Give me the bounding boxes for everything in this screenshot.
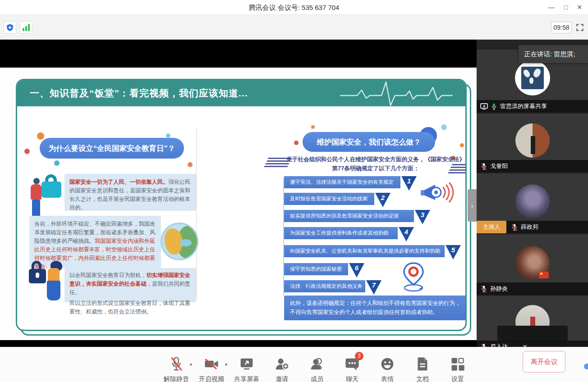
slide-header-band: 一、知识普及“饭堂”：看完视频，我们应该知道... [17,80,465,106]
participant-name-bar: 戈誉阳 [477,160,588,173]
host-badge: 主持人 [477,221,506,233]
decor-dot [188,162,193,167]
duty-number: 5 [446,245,461,259]
avatar [515,60,550,96]
sidebar-collapse-handle[interactable]: › [468,189,477,222]
avatar [515,123,550,158]
toolbar-label: 聊天 [346,375,358,382]
participant-tile-clipped[interactable]: 易入达 ✕ [477,296,588,347]
window-title: 腾讯会议 会议号: 535 637 704 [0,0,588,15]
right-footer-note: 此外，该条还明确规定：任何个人和组织不得有危害国家安全的行为，不得向危害国家安全… [284,296,466,320]
duty-number: 4 [399,227,414,241]
tencent-meeting-window: 腾讯会议 会议号: 535 637 704 — □ ✕ 09:58 一、知识普及… [0,0,588,382]
chevron-up-icon[interactable]: ▲ [189,362,193,366]
floating-cursor-dot [584,364,588,369]
fullscreen-corners-icon [575,23,584,32]
chat-unread-badge: 3 [355,352,363,360]
duty-number: 2 [375,193,390,207]
fullscreen-button[interactable] [575,23,584,32]
close-button[interactable]: ✕ [572,0,587,15]
right-section-title: 维护国家安全，我们该怎么做？ [303,132,435,152]
security-shield-button[interactable] [4,21,16,34]
highlight-text: 国家安全一切为了人民、一切依靠人民。 [69,179,168,185]
members-icon [309,356,325,372]
meeting-header-bar: 09:58 [0,15,588,40]
toolbar-label: 共享屏幕 [234,375,259,382]
participant-name: 戈誉阳 [490,162,508,170]
duty-text: 为国家安全工作提供便利条件或者其他协助 [284,227,398,239]
decor-dot [166,133,170,138]
duty-text: 向国家安全机关、公安机关和有关军事机关提供必要的支持和协助 [284,245,445,257]
mic-muted-icon [480,163,487,170]
duty-item-6: 保守所知悉的国家秘密 6 [284,263,364,275]
person-with-lock-illustration [30,173,64,221]
participant-name: 薛政邦 [521,223,538,231]
screen-share-icon [480,103,488,110]
participant-tile-host[interactable]: 薛政邦 主持人 [477,173,588,233]
share-screen-button[interactable]: 共享屏幕 [229,347,264,382]
duty-text: 法律、行政法规规定的其他义务 [284,280,365,292]
mic-muted-icon [511,223,518,231]
decor-dot [54,160,60,166]
close-icon[interactable]: ✕ [522,343,528,347]
participant-tile[interactable]: 戈誉阳 [477,114,588,173]
participant-name: 雷思淇的屏幕共享 [500,102,547,110]
network-quality-button[interactable] [20,21,32,34]
title-bar: 腾讯会议 会议号: 535 637 704 — □ ✕ [0,0,588,15]
body-text: 而以立法的形式设立国家安全教育日，体现了其重要性、权威性，也符合立法惯例。 [69,300,190,315]
duty-item-4: 为国家安全工作提供便利条件或者其他协助 4 [284,227,414,239]
mini-popup [497,326,568,341]
docs-icon [416,356,429,372]
emoji-button[interactable]: 表情 [370,347,405,382]
duty-text: 遵守宪法、法律法规关于国家安全的有关规定 [284,176,400,188]
emoji-icon [380,356,395,372]
unmute-button[interactable]: 解除静音 ▲ [159,347,194,382]
flag-badge [539,272,549,278]
members-button[interactable]: 成员 [299,347,335,382]
maximize-button[interactable]: □ [558,0,574,15]
duty-item-2: 及时报告危害国家安全活动的线索 2 [284,193,390,205]
chat-button[interactable]: 聊天 3 [335,347,370,382]
decor-dot [24,149,30,154]
duty-text: 及时报告危害国家安全活动的线索 [284,193,374,205]
shield-plus-icon [6,23,14,32]
toolbar-label: 开启视频 [199,375,224,382]
globe-illustration [161,223,198,260]
toolbar-label: 解除静音 [164,375,189,382]
chevron-up-icon[interactable]: ▲ [224,362,228,366]
meeting-toolbar: 解除静音 ▲ 开启视频 ▲ 共享屏幕 [0,347,588,382]
invite-button[interactable]: 邀请 [264,347,299,382]
duty-text: 保守所知悉的国家秘密 [284,263,348,275]
participant-name: 易入达 [490,343,508,347]
participant-name-bar: 雷思淇的屏幕共享 [477,100,588,113]
layout-settings-button[interactable]: 设置 [440,347,475,382]
decor-dot [294,141,299,145]
mic-muted-icon [480,343,487,347]
signal-bars-icon [23,24,30,31]
duty-number: 7 [366,280,381,295]
participant-tile[interactable]: 孙静炎 [477,234,588,295]
leave-meeting-button[interactable]: 离开会议 [523,351,565,373]
minimize-button[interactable]: — [544,0,559,15]
mic-on-icon [491,103,497,110]
invite-icon [274,356,289,372]
duty-text: 如实提供所知悉的涉及危害国家安全活动的证据 [284,210,414,222]
speaking-banner: 正在讲话: 雷思淇; [519,45,588,63]
location-pin-illustration [400,261,427,293]
megaphone-illustration [420,180,455,208]
left-section-title: 为什么要设立“全民国家安全教育日”？ [40,138,184,159]
body-text: 以全民国家安全教育日为契机， [69,272,147,278]
duty-item-5: 向国家安全机关、公安机关和有关军事机关提供必要的支持和协助 5 [284,245,461,257]
slide-card: 一、知识普及“饭堂”：看完视频，我们应该知道... 为什么要设立“全民国家安全教… [16,79,467,331]
right-section-subtitle: 关于社会组织和公民个人在维护国家安全方面的义务，《国家安全法》第77条明确规定了… [286,155,465,173]
participants-sidebar: 雷思淇的屏幕共享 戈誉阳 [477,40,588,347]
chevron-right-icon: › [471,202,473,209]
start-video-button[interactable]: 开启视频 ▲ [194,347,229,382]
toolbar-label: 成员 [311,375,323,382]
layout-grid-icon [450,356,465,372]
docs-button[interactable]: 文档 [405,347,440,382]
decor-dot [441,124,447,130]
left-text-block-1: 国家安全一切为了人民、一切依靠人民。强化公民的国家安全意识和责任，是国家安全的固… [64,174,196,211]
heartbeat-line-icon [340,79,453,110]
slide-title: 一、知识普及“饭堂”：看完视频，我们应该知道... [30,80,248,106]
